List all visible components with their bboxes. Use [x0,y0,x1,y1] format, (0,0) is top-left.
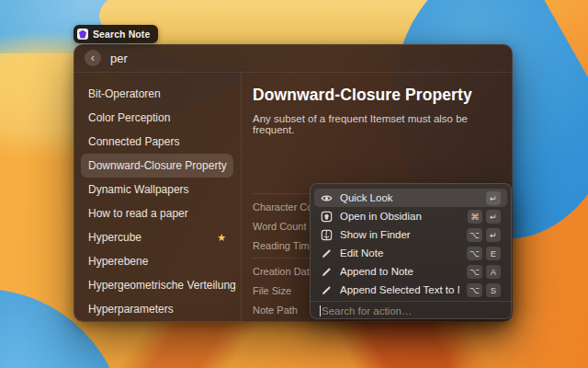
key-s: S [486,283,501,297]
command-title-pill: Search Note [74,25,158,43]
obsidian-icon [77,29,88,40]
key-return: ↵ [486,228,501,242]
action-search-field[interactable] [310,301,512,319]
chevron-left-icon: ‹ [91,52,95,63]
key-option: ⌥ [467,283,482,297]
key-option: ⌥ [467,247,482,260]
eye-icon [321,192,333,204]
key-a: A [486,265,501,279]
obsidian-document-icon [321,211,333,223]
note-subtitle: Any subset of a frequent Itemset must al… [253,113,498,135]
note-list-item[interactable]: How to read a paper [81,201,233,225]
note-list-item[interactable]: Hyperparameters [81,297,233,321]
note-list-item[interactable]: Bit-Operatoren [81,82,233,106]
action-item-show-in-finder[interactable]: Show in Finder ⌥ ↵ [314,225,507,244]
search-query-text: per [110,52,128,65]
action-item-open-in-obsidian[interactable]: Open in Obsidian ⌘ ↵ [314,207,507,225]
search-input[interactable]: ‹ per [74,44,513,73]
pencil-icon [321,284,333,296]
action-item-append-to-note[interactable]: Append to Note ⌥ A [314,262,507,281]
command-title: Search Note [93,29,150,40]
note-list-item[interactable]: Hyperebene [81,249,233,273]
note-title: Downward-Closure Property [253,86,498,105]
note-list-item[interactable]: Connected Papers [81,130,233,154]
pencil-icon [321,247,333,259]
note-list-item[interactable]: Hypercube ★ [81,225,233,249]
finder-icon [321,229,333,241]
action-item-edit-note[interactable]: Edit Note ⌥ E [314,244,507,262]
key-command: ⌘ [468,210,482,224]
action-search-input[interactable] [322,305,502,316]
key-return: ↵ [486,191,501,205]
desktop: Search Note ‹ per Bit-Operatoren Color P… [0,0,588,368]
pencil-icon [321,266,333,278]
back-button[interactable]: ‹ [85,50,101,66]
key-option: ⌥ [467,265,482,279]
action-menu: Quick Look ↵ Open in Obsidian ⌘ ↵ Show i… [310,183,512,319]
key-option: ⌥ [467,228,482,242]
star-icon: ★ [217,232,226,244]
note-list: Bit-Operatoren Color Perception Connecte… [74,73,241,322]
key-e: E [486,247,501,260]
note-list-item[interactable]: Hypergeometrische Verteilung [81,273,233,297]
note-list-item-selected[interactable]: Downward-Closure Property [81,154,233,178]
text-cursor [320,305,321,316]
note-list-item[interactable]: Dynamic Wallpapers [81,178,233,201]
action-item-quick-look[interactable]: Quick Look ↵ [314,189,507,207]
action-item-append-selected-text[interactable]: Append Selected Text to Note ⌥ S [314,281,507,299]
note-list-item[interactable]: Color Perception [81,106,233,130]
key-return: ↵ [486,210,501,224]
